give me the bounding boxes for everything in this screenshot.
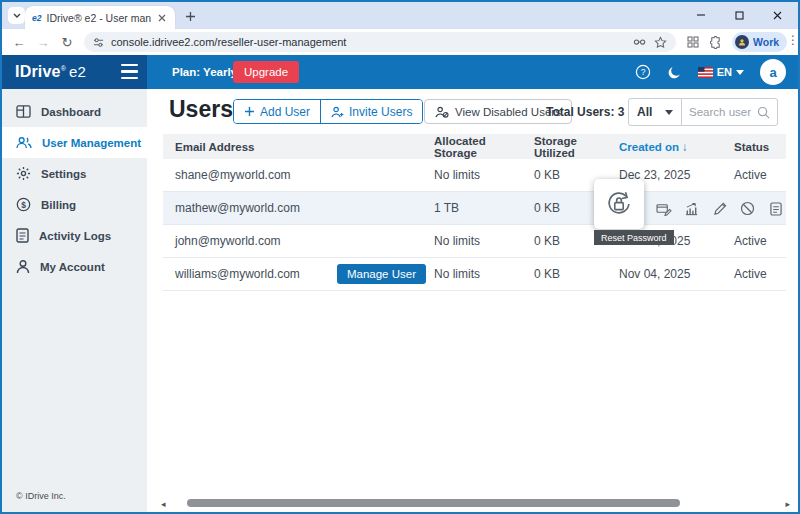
sidebar-item-dashboard[interactable]: Dashboard <box>2 96 147 127</box>
address-bar[interactable]: console.idrivee2.com/reseller-user-manag… <box>84 32 676 52</box>
browser-toolbar: ← → ↻ console.idrivee2.com/reseller-user… <box>2 29 798 55</box>
manage-user-button[interactable]: Manage User <box>337 264 426 284</box>
log-icon <box>16 228 29 243</box>
total-users-label: Total Users: 3 <box>546 105 624 119</box>
horizontal-scrollbar[interactable]: ◂ ▸ <box>161 498 790 509</box>
scrollbar-thumb[interactable] <box>187 499 680 507</box>
header-right-cluster: ? EN a <box>635 55 786 89</box>
status-label: Active <box>730 234 786 248</box>
window-controls <box>682 2 796 28</box>
search-input[interactable] <box>689 106 753 118</box>
tab-strip: e2 IDrive® e2 - User management <box>2 2 798 29</box>
plus-icon <box>244 106 255 117</box>
invite-users-button[interactable]: Invite Users <box>320 100 422 123</box>
allocated-storage: No limits <box>430 267 530 281</box>
bookmark-star-icon[interactable] <box>654 36 667 49</box>
main-content: Users Add User Invite Users View Disable… <box>147 89 798 512</box>
allocated-storage: No limits <box>430 168 530 182</box>
person-disabled-icon <box>435 106 449 118</box>
browser-menu-icon[interactable]: ⋮ <box>787 33 799 47</box>
edit-storage-icon[interactable] <box>655 200 672 217</box>
forward-button[interactable]: → <box>34 33 52 51</box>
help-icon[interactable]: ? <box>635 64 651 80</box>
table-row-hovered[interactable]: mathew@myworld.com 1 TB 0 KB <box>163 192 786 225</box>
logo-block: IDrive®e2 <box>2 55 147 89</box>
browser-tab[interactable]: e2 IDrive® e2 - User management <box>25 6 175 29</box>
page-title: Users <box>169 96 233 123</box>
back-button[interactable]: ← <box>10 33 28 51</box>
search-box <box>682 99 777 125</box>
sidebar-item-label: Dashboard <box>41 106 101 118</box>
language-selector[interactable]: EN <box>698 66 744 78</box>
chevron-down-icon <box>13 13 21 18</box>
reset-password-tooltip: Reset Password <box>594 230 674 245</box>
col-utilized: Storage Utilized <box>530 135 615 159</box>
language-label: EN <box>717 66 732 78</box>
table-row[interactable]: williams@myworld.com Manage User No limi… <box>163 258 786 291</box>
add-user-button[interactable]: Add User <box>234 100 320 123</box>
minimize-button[interactable] <box>682 2 720 28</box>
filter-value: All <box>637 105 652 119</box>
dashboard-icon <box>16 105 31 118</box>
sidebar-item-user-management[interactable]: User Management <box>2 127 147 158</box>
col-allocated: Allocated Storage <box>430 135 530 159</box>
scroll-left-icon[interactable]: ◂ <box>161 499 166 509</box>
sidebar-item-label: Activity Logs <box>39 230 111 242</box>
usage-stats-icon[interactable] <box>683 200 700 217</box>
caret-down-icon <box>736 70 744 75</box>
user-filter-dropdown[interactable]: All <box>629 99 682 125</box>
user-actions-group: Add User Invite Users <box>233 99 423 124</box>
sidebar-item-activity-logs[interactable]: Activity Logs <box>2 220 147 251</box>
scroll-right-icon[interactable]: ▸ <box>785 499 790 509</box>
gear-icon <box>16 166 31 181</box>
maximize-button[interactable] <box>720 2 758 28</box>
close-button[interactable] <box>758 2 796 28</box>
users-icon <box>16 136 32 149</box>
col-created-sort[interactable]: Created on↓ <box>615 141 730 153</box>
tab-search-button[interactable] <box>8 7 25 24</box>
sidebar-item-label: Billing <box>41 199 76 211</box>
created-on: Nov 04, 2025 <box>615 267 730 281</box>
browser-grid-icon[interactable] <box>685 34 701 50</box>
reset-password-button[interactable] <box>594 179 644 229</box>
row-action-icons <box>655 192 784 225</box>
status-label: Active <box>730 267 786 281</box>
tab-title: IDrive® e2 - User management <box>46 12 151 24</box>
search-icon[interactable] <box>757 106 770 119</box>
profile-name: Work <box>753 36 779 48</box>
tune-icon[interactable] <box>93 37 104 48</box>
sidebar-item-settings[interactable]: Settings <box>2 158 147 189</box>
svg-text:$: $ <box>21 200 26 210</box>
password-key-icon[interactable] <box>633 36 647 48</box>
dollar-icon: $ <box>16 197 31 212</box>
tab-close-icon[interactable] <box>156 12 168 24</box>
caret-down-icon <box>665 110 673 115</box>
sidebar-item-billing[interactable]: $ Billing <box>2 189 147 220</box>
user-email: mathew@myworld.com <box>163 201 430 215</box>
new-tab-button[interactable] <box>183 9 197 23</box>
sidebar-item-label: User Management <box>42 137 141 149</box>
plus-icon <box>185 11 196 22</box>
sidebar-item-my-account[interactable]: My Account <box>2 251 147 282</box>
user-email: john@myworld.com <box>163 234 430 248</box>
browser-window: e2 IDrive® e2 - User management ← → ↻ co… <box>0 0 800 514</box>
edit-pencil-icon[interactable] <box>711 200 728 217</box>
col-email: Email Address <box>163 141 430 153</box>
account-avatar[interactable]: a <box>760 59 786 85</box>
table-row[interactable]: john@myworld.com No limits 0 KB Dec 23, … <box>163 225 786 258</box>
extensions-puzzle-icon[interactable] <box>707 34 723 50</box>
allocated-storage: No limits <box>430 234 530 248</box>
dark-mode-moon-icon[interactable] <box>667 65 682 80</box>
filter-search-group: All <box>628 98 778 126</box>
hamburger-menu-icon[interactable] <box>121 64 138 79</box>
sort-down-icon: ↓ <box>682 141 688 153</box>
browser-profile-chip[interactable]: Work <box>732 32 787 52</box>
table-row[interactable]: shane@myworld.com No limits 0 KB Dec 23,… <box>163 159 786 192</box>
reload-button[interactable]: ↻ <box>58 33 76 51</box>
disable-user-icon[interactable] <box>739 200 756 217</box>
upgrade-button[interactable]: Upgrade <box>233 61 299 83</box>
copyright-text: © IDrive Inc. <box>16 491 66 501</box>
user-logs-icon[interactable] <box>767 200 784 217</box>
storage-utilized: 0 KB <box>530 267 615 281</box>
profile-avatar-icon <box>735 35 749 49</box>
